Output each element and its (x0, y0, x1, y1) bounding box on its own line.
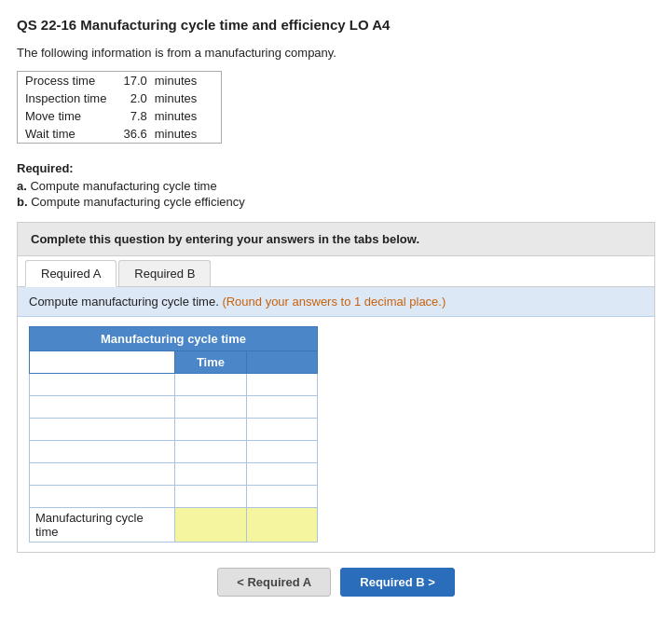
instruction-text: Compute manufacturing cycle time. (29, 295, 219, 309)
data-value: 7.8 (116, 107, 150, 125)
mct-row-value-input[interactable] (181, 467, 241, 481)
mct-row-label[interactable] (30, 441, 175, 463)
data-table-row: Process time17.0minutes (18, 72, 210, 89)
mct-row-value[interactable] (174, 374, 247, 396)
mct-total-label: Manufacturing cycle time (30, 508, 175, 543)
mct-row-extra (247, 441, 318, 463)
mct-data-row (30, 463, 318, 486)
required-label: Required: (17, 161, 655, 175)
mct-row-label-input[interactable] (35, 489, 169, 503)
tab-content: Compute manufacturing cycle time. (Round… (18, 287, 654, 552)
data-table-row: Wait time36.6minutes (18, 125, 210, 143)
mct-total-input[interactable] (181, 518, 241, 532)
instruction-round: (Round your answers to 1 decimal place.) (222, 295, 446, 309)
mct-row-extra (247, 396, 318, 419)
mct-row-value-input[interactable] (181, 378, 241, 392)
mct-title-row: Manufacturing cycle time (30, 327, 318, 351)
page-title: QS 22-16 Manufacturing cycle time and ef… (17, 17, 655, 33)
data-value: 2.0 (116, 89, 150, 107)
mct-row-value-input[interactable] (181, 489, 241, 503)
mct-row-label-input[interactable] (35, 445, 169, 459)
tab-required-a[interactable]: Required A (25, 260, 117, 287)
prev-button[interactable]: < Required A (217, 568, 331, 597)
mct-data-row (30, 396, 318, 419)
mct-row-value-input[interactable] (181, 445, 241, 459)
mct-row-value-input[interactable] (181, 400, 241, 414)
mct-row-extra (247, 486, 318, 508)
mct-row-value[interactable] (174, 463, 247, 486)
mct-total-value[interactable] (174, 508, 247, 543)
mct-row-label-input[interactable] (35, 422, 169, 436)
mct-header-col3 (247, 351, 318, 374)
mct-row-label[interactable] (30, 396, 175, 419)
data-unit: minutes (151, 89, 211, 107)
mct-row-label[interactable] (30, 486, 175, 508)
mct-row-value[interactable] (174, 419, 247, 441)
data-label: Move time (18, 107, 116, 125)
data-unit: minutes (151, 72, 211, 89)
mct-row-label[interactable] (30, 374, 175, 396)
next-button[interactable]: Required B > (340, 568, 455, 597)
data-table-row: Move time7.8minutes (18, 107, 210, 125)
data-value: 36.6 (116, 125, 150, 143)
tabs-container: Required A Required B Compute manufactur… (17, 256, 655, 553)
mct-row-extra (247, 463, 318, 486)
mct-total-row: Manufacturing cycle time (30, 508, 318, 543)
nav-buttons: < Required A Required B > (17, 553, 655, 604)
mct-row-value[interactable] (174, 396, 247, 419)
data-label: Process time (18, 72, 116, 89)
mct-header-col2: Time (174, 351, 247, 374)
data-table-row: Inspection time2.0minutes (18, 89, 210, 107)
mct-data-row (30, 441, 318, 463)
instruction-bar: Compute manufacturing cycle time. (Round… (18, 287, 654, 317)
mct-table: Manufacturing cycle time Time (29, 326, 318, 543)
mct-data-row (30, 486, 318, 508)
mct-title: Manufacturing cycle time (30, 327, 318, 351)
data-table-wrapper: Process time17.0minutesInspection time2.… (17, 71, 222, 144)
mct-data-row (30, 419, 318, 441)
required-a-item: a. Compute manufacturing cycle time (17, 179, 655, 193)
mct-row-extra (247, 419, 318, 441)
mct-total-value2 (247, 508, 318, 543)
data-label: Inspection time (18, 89, 116, 107)
mct-header-col1 (30, 351, 175, 374)
data-unit: minutes (151, 125, 211, 143)
data-unit: minutes (151, 107, 211, 125)
mct-row-label-input[interactable] (35, 400, 169, 414)
intro-text: The following information is from a manu… (17, 46, 655, 60)
mct-table-wrapper: Manufacturing cycle time Time (18, 317, 654, 552)
complete-box: Complete this question by entering your … (17, 222, 655, 256)
tab-required-b[interactable]: Required B (118, 260, 211, 286)
mct-row-label-input[interactable] (35, 467, 169, 481)
mct-row-label[interactable] (30, 463, 175, 486)
required-b-item: b. Compute manufacturing cycle efficienc… (17, 195, 655, 209)
mct-row-extra (247, 374, 318, 396)
mct-row-label-input[interactable] (35, 378, 169, 392)
required-section: Required: a. Compute manufacturing cycle… (17, 161, 655, 209)
mct-data-row (30, 374, 318, 396)
tabs-header: Required A Required B (18, 256, 654, 287)
mct-row-value-input[interactable] (181, 422, 241, 436)
mct-header-row: Time (30, 351, 318, 374)
data-table: Process time17.0minutesInspection time2.… (18, 72, 210, 143)
data-label: Wait time (18, 125, 116, 143)
mct-row-value[interactable] (174, 486, 247, 508)
mct-row-value[interactable] (174, 441, 247, 463)
mct-row-label[interactable] (30, 419, 175, 441)
data-value: 17.0 (116, 72, 150, 89)
